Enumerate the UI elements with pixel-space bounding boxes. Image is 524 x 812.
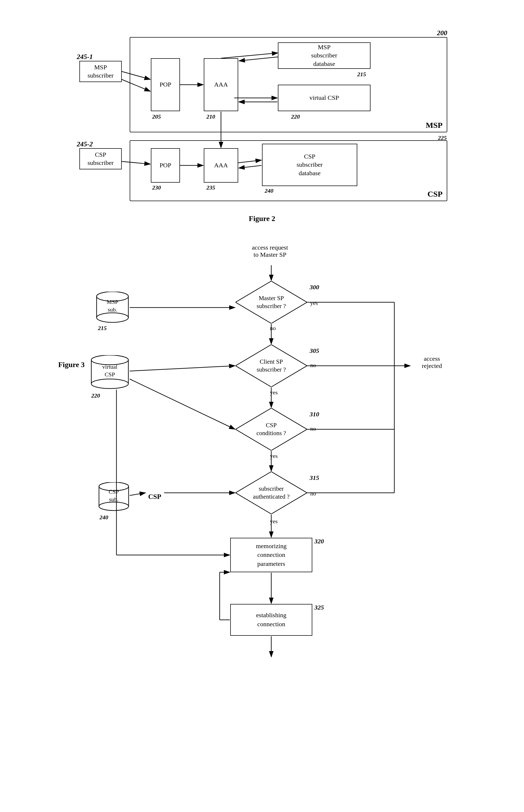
label-325: 325 — [314, 604, 324, 611]
diamond-310-wrapper: CSP conditions ? — [235, 408, 307, 451]
label-315: 315 — [310, 474, 319, 482]
svg-marker-14 — [235, 281, 307, 323]
figure3-caption-container: Figure 3 — [58, 360, 492, 369]
virtual-csp-box: virtual CSP — [278, 85, 371, 111]
label-235: 235 — [207, 184, 215, 191]
access-request-text: access request to Master SP — [235, 244, 304, 258]
csp-subscriber-box: CSP subscriber — [79, 148, 122, 169]
svg-line-48 — [130, 379, 235, 429]
label-305-yes: yes — [270, 389, 278, 396]
label-320: 320 — [314, 538, 324, 545]
figure2-diagram: 200 MSP CSP 245-1 MSP subscriber 245-2 C… — [77, 27, 447, 212]
svg-marker-17 — [235, 472, 307, 514]
label-225: 225 — [438, 134, 447, 141]
label-300-yes: yes — [310, 299, 318, 307]
figure3-caption: Figure 3 — [58, 360, 492, 369]
msp-sub-cylinder: MSP sub. — [95, 292, 130, 324]
box-325: establishing connection — [230, 604, 312, 636]
label-310: 310 — [310, 411, 319, 418]
label-f3-240: 240 — [99, 514, 108, 521]
label-f3-215: 215 — [98, 325, 107, 331]
page: 200 MSP CSP 245-1 MSP subscriber 245-2 C… — [0, 0, 524, 812]
label-215: 215 — [357, 71, 366, 78]
msp-subscriber-box: MSP subscriber — [79, 61, 122, 82]
figure3-diagram: access request to Master SP Master SP su… — [77, 244, 447, 747]
diamond-310-svg — [235, 408, 307, 451]
label-210: 210 — [207, 113, 215, 120]
label-220: 220 — [291, 113, 300, 120]
diamond-300-wrapper: Master SP subscriber ? — [235, 281, 307, 323]
label-305: 305 — [310, 347, 319, 354]
diamond-300-svg — [235, 281, 307, 323]
svg-point-24 — [91, 379, 128, 389]
msp-sub-label: MSP sub. — [95, 298, 130, 313]
csp-db-box: CSP subscriber database — [262, 144, 357, 186]
csp-label-flow: CSP — [148, 493, 161, 501]
label-315-yes: yes — [270, 518, 278, 525]
svg-point-20 — [97, 313, 128, 322]
pop-msp-box: POP — [151, 58, 180, 111]
label-315-no: no — [310, 490, 316, 497]
diamond-315-wrapper: subscriber authenticated ? — [235, 472, 307, 514]
pop-csp-box: POP — [151, 148, 180, 183]
box-320: memorizing connection parameters — [230, 538, 312, 572]
aaa-msp-box: AAA — [204, 58, 238, 111]
label-300-no: no — [270, 325, 276, 331]
csp-box-label: CSP — [427, 190, 442, 198]
label-230: 230 — [152, 184, 161, 191]
label-245-1: 245-1 — [77, 53, 93, 61]
figure2-caption: Figure 2 — [32, 214, 492, 223]
label-200: 200 — [437, 29, 447, 37]
msp-db-box: MSP subscriber database — [278, 42, 371, 69]
svg-marker-16 — [235, 408, 307, 451]
csp-sub-cylinder: CSP sub. — [98, 482, 130, 513]
label-310-no: no — [310, 425, 316, 432]
label-f3-220: 220 — [91, 392, 100, 399]
label-300: 300 — [310, 284, 319, 291]
label-205: 205 — [152, 113, 161, 120]
svg-line-49 — [130, 493, 146, 496]
svg-point-28 — [99, 502, 129, 510]
label-310-yes: yes — [270, 453, 278, 459]
csp-sub-label: CSP sub. — [98, 488, 130, 503]
aaa-csp-box: AAA — [204, 148, 238, 183]
label-240: 240 — [265, 188, 273, 194]
label-245-2: 245-2 — [77, 140, 93, 148]
msp-box-label: MSP — [426, 121, 442, 130]
diamond-315-svg — [235, 472, 307, 514]
